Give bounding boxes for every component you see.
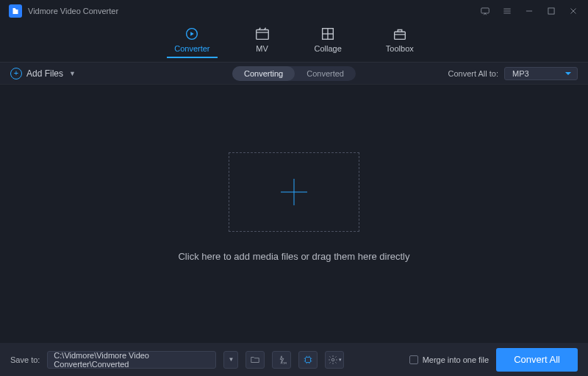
- drop-area[interactable]: Click here to add media files or drag th…: [0, 85, 588, 330]
- close-icon[interactable]: [567, 5, 579, 17]
- feedback-icon[interactable]: [479, 5, 491, 17]
- svg-marker-9: [191, 32, 195, 36]
- tab-mv[interactable]: MV: [254, 26, 270, 57]
- svg-rect-10: [256, 30, 268, 40]
- gpu-accel-button[interactable]: [298, 351, 318, 369]
- app-title: Vidmore Video Converter: [28, 7, 118, 15]
- merge-label: Merge into one file: [423, 355, 490, 364]
- open-folder-button[interactable]: [245, 351, 265, 369]
- lightning-off-button[interactable]: OFF: [272, 351, 291, 369]
- app-logo: [9, 4, 22, 18]
- titlebar: Vidmore Video Converter: [0, 0, 588, 22]
- svg-point-25: [331, 358, 334, 361]
- maximize-icon[interactable]: [545, 5, 557, 17]
- toggle-converting[interactable]: Converting: [232, 66, 295, 81]
- dropzone-box: [229, 152, 359, 232]
- svg-rect-14: [394, 32, 405, 39]
- view-toggle: Converting Converted: [232, 66, 356, 81]
- chevron-down-icon: ▼: [69, 70, 76, 77]
- convert-all-button[interactable]: Convert All: [496, 348, 578, 372]
- output-format-select[interactable]: MP3: [504, 67, 578, 80]
- converter-icon: [184, 26, 200, 41]
- svg-rect-16: [306, 357, 311, 362]
- add-files-button[interactable]: + Add Files ▼: [10, 68, 76, 79]
- menu-icon[interactable]: [501, 5, 513, 17]
- toggle-converted[interactable]: Converted: [295, 66, 356, 81]
- save-to-label: Save to:: [10, 355, 40, 364]
- merge-checkbox[interactable]: Merge into one file: [409, 355, 490, 364]
- tab-toolbox[interactable]: Toolbox: [386, 26, 414, 57]
- bottombar: Save to: C:\Vidmore\Vidmore Video Conver…: [0, 343, 588, 376]
- toolbox-icon: [392, 26, 408, 41]
- plus-circle-icon: +: [10, 68, 22, 79]
- add-files-label: Add Files: [26, 68, 63, 79]
- tab-label: Toolbox: [386, 44, 414, 53]
- save-path-field[interactable]: C:\Vidmore\Vidmore Video Converter\Conve…: [47, 351, 216, 369]
- tab-label: Collage: [315, 44, 342, 53]
- tab-collage[interactable]: Collage: [315, 26, 342, 57]
- svg-rect-0: [481, 8, 490, 13]
- svg-rect-5: [548, 8, 554, 14]
- subbar: + Add Files ▼ Converting Converted Conve…: [0, 63, 588, 85]
- settings-button[interactable]: ▾: [325, 351, 344, 369]
- tab-converter[interactable]: Converter: [174, 26, 209, 57]
- collage-icon: [320, 26, 336, 41]
- save-path-value: C:\Vidmore\Vidmore Video Converter\Conve…: [54, 351, 209, 369]
- mv-icon: [254, 26, 270, 41]
- checkbox-icon: [409, 355, 418, 364]
- minimize-icon[interactable]: [523, 5, 535, 17]
- plus-icon: [281, 179, 307, 205]
- nav-tabs: Converter MV Collage Toolbox: [0, 22, 588, 63]
- dropzone-hint: Click here to add media files or drag th…: [178, 251, 409, 262]
- tab-label: Converter: [174, 44, 209, 53]
- tab-label: MV: [256, 44, 268, 53]
- svg-text:OFF: OFF: [283, 361, 287, 364]
- convert-all-to-label: Convert All to:: [448, 69, 498, 78]
- save-path-dropdown[interactable]: ▼: [223, 351, 238, 369]
- selected-format: MP3: [512, 69, 529, 78]
